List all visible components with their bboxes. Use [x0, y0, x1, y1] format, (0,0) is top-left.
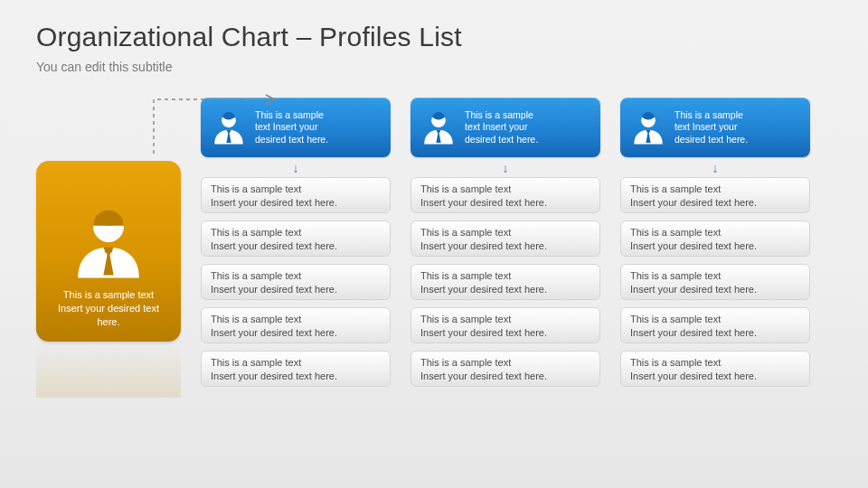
list-item-text: This is a sample text Insert your desire… [630, 183, 800, 210]
list-item-text: This is a sample text Insert your desire… [630, 313, 800, 340]
page-title[interactable]: Organizational Chart – Profiles List [36, 22, 832, 52]
svg-rect-1 [105, 248, 112, 253]
lead-wrap: This is a sample text Insert your desire… [36, 98, 181, 398]
list-item[interactable]: This is a sample text Insert your desire… [410, 221, 600, 257]
column-header-text: This is a sample text Insert your desire… [465, 109, 538, 146]
lead-profile-card[interactable]: This is a sample text Insert your desire… [36, 161, 181, 342]
list-item[interactable]: This is a sample text Insert your desire… [201, 307, 391, 343]
column-header-text: This is a sample text Insert your desire… [675, 109, 748, 146]
list-item-text: This is a sample text Insert your desire… [420, 269, 590, 296]
list-item[interactable]: This is a sample text Insert your desire… [201, 221, 391, 257]
list-item-text: This is a sample text Insert your desire… [630, 269, 800, 296]
column-header-card[interactable]: This is a sample text Insert your desire… [201, 98, 391, 157]
lead-text: This is a sample text Insert your desire… [58, 288, 159, 329]
list-item[interactable]: This is a sample text Insert your desire… [410, 351, 600, 387]
list-item[interactable]: This is a sample text Insert your desire… [201, 264, 391, 300]
list-item-text: This is a sample text Insert your desire… [630, 356, 800, 383]
list-item-text: This is a sample text Insert your desire… [420, 313, 590, 340]
list-item-text: This is a sample text Insert your desire… [211, 356, 381, 383]
list-item-text: This is a sample text Insert your desire… [211, 183, 381, 210]
person-icon [68, 202, 149, 283]
profile-column-3: This is a sample text Insert your desire… [620, 98, 810, 398]
list-item-text: This is a sample text Insert your desire… [420, 183, 590, 210]
list-item[interactable]: This is a sample text Insert your desire… [620, 177, 810, 213]
person-icon [210, 108, 248, 146]
person-icon [420, 108, 458, 146]
column-header-card[interactable]: This is a sample text Insert your desire… [410, 98, 600, 157]
list-item-text: This is a sample text Insert your desire… [630, 226, 800, 253]
profile-column-1: This is a sample text Insert your desire… [201, 98, 391, 398]
list-item-text: This is a sample text Insert your desire… [211, 313, 381, 340]
list-item[interactable]: This is a sample text Insert your desire… [201, 177, 391, 213]
list-item[interactable]: This is a sample text Insert your desire… [620, 307, 810, 343]
list-item[interactable]: This is a sample text Insert your desire… [201, 351, 391, 387]
list-item[interactable]: This is a sample text Insert your desire… [620, 264, 810, 300]
list-item[interactable]: This is a sample text Insert your desire… [620, 351, 810, 387]
list-item[interactable]: This is a sample text Insert your desire… [410, 264, 600, 300]
list-item[interactable]: This is a sample text Insert your desire… [410, 307, 600, 343]
column-header-card[interactable]: This is a sample text Insert your desire… [620, 98, 810, 157]
list-item[interactable]: This is a sample text Insert your desire… [410, 177, 600, 213]
list-item[interactable]: This is a sample text Insert your desire… [620, 221, 810, 257]
column-header-text: This is a sample text Insert your desire… [255, 109, 328, 146]
slide: Organizational Chart – Profiles List You… [0, 0, 868, 398]
chevron-down-icon: ↓ [620, 161, 810, 175]
profile-column-2: This is a sample text Insert your desire… [410, 98, 600, 398]
chevron-down-icon: ↓ [410, 161, 600, 175]
lead-reflection [36, 343, 181, 398]
list-item-text: This is a sample text Insert your desire… [420, 356, 590, 383]
person-icon [629, 108, 667, 146]
list-item-text: This is a sample text Insert your desire… [420, 226, 590, 253]
list-item-text: This is a sample text Insert your desire… [211, 269, 381, 296]
content-area: This is a sample text Insert your desire… [36, 98, 832, 398]
profile-columns: This is a sample text Insert your desire… [201, 98, 832, 398]
chevron-down-icon: ↓ [201, 161, 391, 175]
list-item-text: This is a sample text Insert your desire… [211, 226, 381, 253]
page-subtitle[interactable]: You can edit this subtitle [36, 60, 832, 74]
